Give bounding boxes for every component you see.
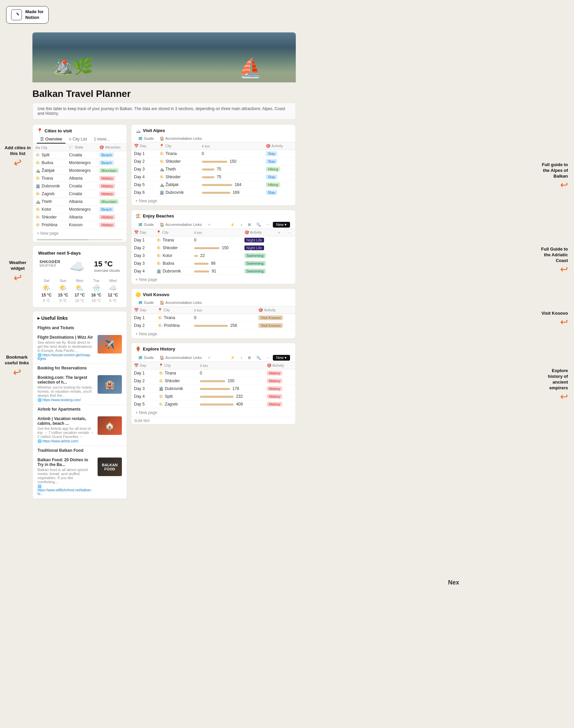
pin-decoration: 📍: [59, 59, 70, 69]
tab-city-list[interactable]: ≡ City List: [66, 135, 90, 144]
table-row[interactable]: 🌤️ Shkoder Albania History: [33, 213, 127, 221]
tab-accommodation-beaches[interactable]: 🏠 Accommodation Links: [157, 221, 204, 228]
table-row[interactable]: Day 3 🌤️ Kotor 22 Swimming: [131, 252, 295, 260]
table-row[interactable]: Day 3 🏛️ Dubrovnik 178 History: [131, 385, 295, 393]
tab-guide-history[interactable]: 🗺️ Guide: [135, 354, 156, 361]
tab-guide-beaches[interactable]: 🗺️ Guide: [135, 221, 156, 228]
city-cell: 🌤️ Tirana: [157, 150, 199, 158]
list-item[interactable]: Flight Destinations | Wizz Air See where…: [33, 332, 127, 364]
table-row[interactable]: Day 2 🌤️ Prishtina 256 Visit Kosovo: [131, 322, 295, 330]
link-url[interactable]: 🌐 https://www.airbnb.com/: [37, 439, 94, 443]
tab-accommodation-alpes[interactable]: 🏠 Accommodation Links: [157, 135, 204, 142]
day-name: Mon: [76, 279, 83, 283]
city-cell: 🌤️ Prishtina: [155, 322, 191, 330]
link-url[interactable]: 🌐 https://wizzair.com/en-gb/cheap-flight…: [37, 353, 94, 361]
table-row[interactable]: Day 1 🌤️ Tirana 0 Visit Kosovo: [131, 314, 295, 322]
day-name: Sun: [60, 279, 67, 283]
kosovo-header: 🟡 Visit Kosovo: [131, 289, 295, 299]
table-row[interactable]: Day 3 ⛰️ Theth 75 Hiking: [131, 165, 295, 173]
day-cell: Day 1: [131, 236, 154, 244]
table-row[interactable]: ⛰️ Theth Albania Mountain: [33, 198, 127, 206]
annotation-weather: Weatherwidget ↪: [3, 260, 32, 283]
search-btn-h[interactable]: 🔍: [254, 355, 263, 361]
activity-cell: Hiking: [263, 181, 295, 189]
table-row[interactable]: Day 1 🌤️ Tirana 0 Night Life: [131, 236, 295, 244]
day-icon: 🌧️: [92, 284, 101, 292]
table-row[interactable]: 🏛️ Dubrovnik Croatia History: [33, 182, 127, 190]
table-row[interactable]: Day 3 🌤️ Budva 86 Swimming: [131, 260, 295, 267]
tab-accommodation-history[interactable]: 🏠 Accommodation Links: [157, 354, 204, 361]
city-cell: 🏛️ Dubrovnik: [154, 267, 191, 275]
tab-guide-alpes[interactable]: 🗺️ Guide: [135, 135, 156, 142]
city-cell: 🌤️ Zagreb: [33, 190, 66, 198]
more-btn[interactable]: ···: [264, 222, 271, 227]
tab-accommodation-kosovo[interactable]: 🏠 Accommodation Links: [157, 299, 204, 306]
city-cell: 🌤️ Tirana: [156, 369, 197, 377]
weather-days: Sat 🌤️ 15 °C 9 °C Sun 🌤️ 15 °C 9 °C Mon …: [38, 279, 121, 303]
filter-btn[interactable]: ⚡: [228, 222, 237, 228]
table-row[interactable]: Day 4 🏛️ Dubrovnik 91 Swimming: [131, 267, 295, 275]
day-cell: Day 2: [131, 377, 156, 385]
table-row[interactable]: Day 2 🌤️ Shkoder 150 Night Life: [131, 244, 295, 252]
day-low: 9 °C: [43, 298, 50, 303]
city-cell: 🌤️ Tirana: [154, 236, 191, 244]
col-activity-k: 🎯 Activity: [256, 307, 295, 314]
link-url[interactable]: 🌐 https://www.willflyforfood.net/balkan-…: [37, 485, 94, 496]
annotation-bookmark: Bookmarkuseful links ↪: [2, 355, 32, 378]
link-url[interactable]: 🌐 https://www.booking.com/: [37, 398, 94, 402]
km-cell: 86: [191, 260, 242, 267]
table-row[interactable]: Day 2 🌤️ Shkoder 150 Stay: [131, 158, 295, 165]
search-btn[interactable]: 🔍: [254, 222, 263, 228]
km-cell: 0: [191, 236, 242, 244]
filter-btn-h[interactable]: ⚡: [228, 355, 237, 361]
tab-guide-kosovo[interactable]: 🗺️ Guide: [135, 299, 156, 306]
sort-btn[interactable]: ↕: [238, 222, 244, 227]
cities-db-tabs[interactable]: ☰ Overview ≡ City List 1 more...: [33, 135, 127, 144]
tab-overview[interactable]: ☰ Overview: [37, 135, 66, 144]
table-row[interactable]: 🌤️ Zagreb Croatia History: [33, 190, 127, 198]
add-city-button[interactable]: + New page: [33, 229, 127, 238]
add-tab-history[interactable]: +: [205, 354, 213, 362]
day-icon: ⛅: [75, 284, 84, 292]
table-row[interactable]: Day 4 🌤️ Split 232 History: [131, 393, 295, 400]
new-btn-beaches[interactable]: New ▾: [273, 222, 290, 228]
table-row[interactable]: 🌤️ Split Croatia Beach: [33, 151, 127, 159]
city-cell: ⛰️ Žabljak: [33, 167, 66, 175]
list-item[interactable]: Airbnb | Vacation rentals, cabins, beach…: [33, 414, 127, 446]
list-item[interactable]: Balkan Food: 20 Dishes to Try in the Ba.…: [33, 455, 127, 499]
table-row[interactable]: 🌤️ Kotor Montenegro Beach: [33, 206, 127, 213]
table-row[interactable]: Day 2 🌤️ Shkoder 150 History: [131, 377, 295, 385]
table-row[interactable]: Day 6 🏛️ Dubrovnik 169 Stay: [131, 189, 295, 197]
table-row[interactable]: 🌤️ Prishtina Kosovo History: [33, 221, 127, 229]
links-section: Booking for Reservations Booking.com: Th…: [33, 364, 127, 405]
grid-btn-h[interactable]: ⊞: [246, 355, 253, 361]
add-tab-beaches[interactable]: +: [205, 220, 213, 229]
table-row[interactable]: Day 5 ⛰️ Žabljak 184 Hiking: [131, 181, 295, 189]
table-row[interactable]: 🌤️ Tirana Albania History: [33, 175, 127, 182]
add-history-row[interactable]: + New page: [131, 408, 295, 417]
grid-btn[interactable]: ⊞: [246, 222, 253, 228]
add-kosovo-row[interactable]: + New page: [131, 330, 295, 338]
table-row[interactable]: Day 4 🌤️ Shkoder 75 Stay: [131, 173, 295, 181]
more-btn-h[interactable]: ···: [264, 355, 271, 360]
beaches-table: 📅 Day 📍 City # km 🎯 Activity + ··· Day 1…: [131, 229, 295, 275]
day-icon: 🌤️: [59, 284, 67, 292]
weather-desc: overcast clouds: [94, 268, 120, 272]
col-city-k: 📍 City: [155, 307, 191, 314]
booking-thumb: 🏨: [98, 375, 122, 394]
city-cell: ⛰️ Theth: [33, 198, 66, 206]
attraction-cell: History: [97, 221, 127, 229]
tab-more[interactable]: 1 more...: [90, 135, 113, 144]
table-row[interactable]: ⛰️ Žabljak Montenegro Mountain: [33, 167, 127, 175]
sort-btn-h[interactable]: ↕: [238, 355, 244, 360]
table-row[interactable]: 🌤️ Budva Montenegro Beach: [33, 159, 127, 167]
table-row[interactable]: Day 5 ⛅ Zagreb 409 History: [131, 400, 295, 408]
city-cell: 🌤️ Kotor: [33, 206, 66, 213]
svg-rect-0: [13, 11, 20, 18]
list-item[interactable]: Booking.com: The largest selection of h.…: [33, 372, 127, 405]
table-row[interactable]: Day 1 🌤️ Tirana 0 Stay: [131, 150, 295, 158]
new-btn-history[interactable]: New ▾: [273, 355, 290, 361]
table-row[interactable]: Day 1 🌤️ Tirana 0 History: [131, 369, 295, 377]
add-alpes-row[interactable]: + New page: [131, 197, 295, 205]
add-beach-row[interactable]: + New page: [131, 275, 295, 284]
